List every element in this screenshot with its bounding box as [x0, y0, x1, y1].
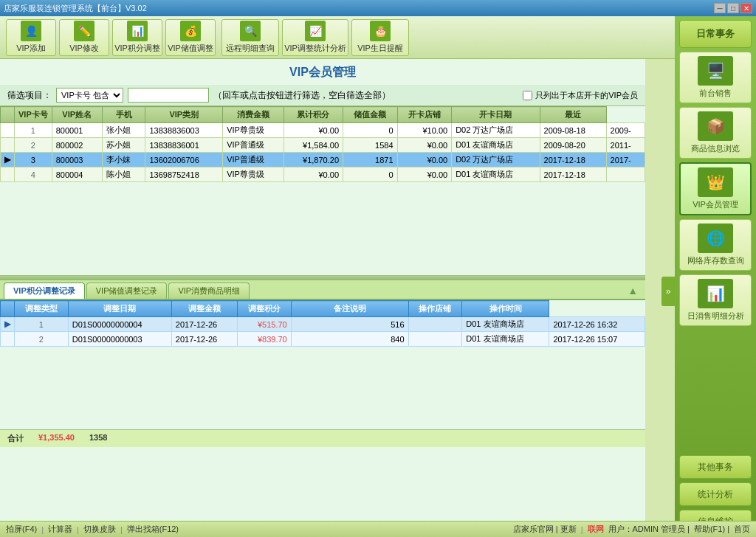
vip-points-icon: 📊 — [127, 21, 148, 41]
status-screenshot[interactable]: 拍屏(F4) — [6, 524, 37, 535]
col-opendate: 开卡日期 — [452, 107, 540, 123]
vip-store-icon: 💰 — [180, 21, 201, 41]
table-row[interactable]: ▶ 3 800003 李小妹 13602006706 VIP普通级 ¥1,870… — [1, 153, 645, 167]
maximize-button[interactable]: □ — [727, 3, 739, 13]
col-storename: 开卡店铺 — [397, 107, 452, 123]
row-phone: 13838836003 — [145, 123, 223, 138]
filter-select[interactable]: VIP卡号 包含 VIP姓名 包含 手机 包含 — [56, 88, 123, 103]
net-stock-label: 网络库存数查询 — [687, 255, 744, 266]
tab-store-adjust[interactable]: VIP储值调整记录 — [86, 283, 168, 299]
lower-row-points: 840 — [291, 332, 408, 347]
front-sales-button[interactable]: 🖥️ 前台销售 — [679, 52, 752, 103]
main-content: VIP会员管理 筛选项目： VIP卡号 包含 VIP姓名 包含 手机 包含 （回… — [0, 59, 645, 537]
vip-add-button[interactable]: 👤 VIP添加 — [6, 19, 56, 56]
panel-toggle[interactable]: » — [662, 277, 675, 306]
daily-sales-button[interactable]: 📊 日消售明细分析 — [679, 274, 752, 326]
col-type: VIP类别 — [145, 107, 223, 123]
col-points: 累计积分 — [284, 107, 343, 123]
lower-row-remark — [408, 317, 462, 332]
tab-consume-detail[interactable]: VIP消费商品明细 — [168, 283, 250, 299]
filter-input[interactable] — [128, 88, 209, 103]
close-button[interactable]: ✕ — [740, 3, 752, 13]
row-points: 0 — [343, 123, 398, 138]
front-sales-label: 前台销售 — [699, 88, 732, 99]
summary-points: 1358 — [89, 433, 107, 444]
status-help[interactable]: 帮助(F1) | — [694, 524, 729, 535]
row-consume: ¥0.00 — [284, 167, 343, 182]
summary-amount: ¥1,355.40 — [38, 433, 75, 444]
row-num: 4 — [15, 167, 52, 182]
status-home[interactable]: 首页 — [734, 524, 750, 535]
lower-col-remark: 备注说明 — [291, 301, 408, 317]
row-storecode: D02 万达广场店 — [452, 153, 540, 167]
col-consume: 消费金额 — [223, 107, 284, 123]
table-row[interactable]: ▶ 1 D01S00000000004 2017-12-26 ¥515.70 5… — [1, 317, 645, 332]
filter-hint: （回车或点击按钮进行筛选，空白筛选全部） — [213, 89, 391, 102]
lower-row-type: D01S00000000004 — [68, 317, 171, 332]
row-consume: ¥0.00 — [284, 123, 343, 138]
vip-remote-label: 远程明细查询 — [226, 43, 275, 54]
table-row[interactable]: 1 800001 张小姐 13838836003 VIP尊贵级 ¥0.00 0 … — [1, 123, 645, 138]
tab-points-adjust[interactable]: VIP积分调整记录 — [4, 283, 85, 299]
lower-col-arrow — [1, 301, 15, 317]
status-skin[interactable]: 切换皮肤 — [83, 524, 116, 535]
goods-browse-label: 商品信息浏览 — [691, 143, 740, 154]
goods-browse-button[interactable]: 📦 商品信息浏览 — [679, 107, 752, 159]
col-recent: 最近 — [540, 107, 606, 123]
net-stock-button[interactable]: 🌐 网络库存数查询 — [679, 219, 752, 271]
row-card: 800002 — [52, 138, 102, 153]
titlebar: 店家乐服装连锁管理系统【前台】V3.02 ─ □ ✕ — [0, 0, 756, 16]
status-center[interactable]: 店家乐官网 | 更新 — [513, 524, 577, 535]
vip-edit-button[interactable]: ✏️ VIP修改 — [59, 19, 109, 56]
row-points: 1871 — [343, 153, 398, 167]
filter-row: 筛选项目： VIP卡号 包含 VIP姓名 包含 手机 包含 （回车或点击按钮进行… — [0, 85, 645, 106]
lower-row-arrow: ▶ — [1, 317, 15, 332]
filter-local-checkbox[interactable] — [523, 91, 532, 100]
table-row[interactable]: 2 800002 苏小姐 13838836001 VIP普通级 ¥1,584.0… — [1, 138, 645, 153]
stats-analysis-button[interactable]: 统计分析 — [679, 482, 752, 506]
tab-collapse-arrow[interactable]: ▲ — [624, 285, 642, 297]
table-row[interactable]: 4 800004 陈小姐 13698752418 VIP尊贵级 ¥0.00 0 … — [1, 167, 645, 182]
minimize-button[interactable]: ─ — [714, 3, 726, 13]
status-bar: 拍屏(F4) | 计算器 | 切换皮肤 | 弹出找箱(F12) 店家乐官网 | … — [0, 521, 756, 537]
vip-manage-button[interactable]: 👑 VIP会员管理 — [679, 162, 752, 215]
lower-row-amount: ¥515.70 — [237, 317, 291, 332]
row-name: 苏小姐 — [102, 138, 145, 153]
right-panel: » 日常事务 🖥️ 前台销售 📦 商品信息浏览 👑 VIP会员管理 🌐 网络库存… — [675, 16, 756, 537]
row-card: 800004 — [52, 167, 102, 182]
row-consume: ¥1,870.20 — [284, 153, 343, 167]
status-network: 联网 — [588, 524, 604, 535]
lower-col-type: 调整类型 — [15, 301, 69, 317]
row-recent: 2011- — [606, 138, 645, 153]
vip-birthday-icon: 🎂 — [370, 21, 391, 41]
row-type: VIP普通级 — [223, 153, 284, 167]
row-storecode: D01 友谊商场店 — [452, 138, 540, 153]
row-storecode: D02 万达广场店 — [452, 123, 540, 138]
filter-local-label: 只列出于本店开卡的VIP会员 — [535, 90, 638, 101]
page-title: VIP会员管理 — [0, 59, 645, 85]
vip-store-button[interactable]: 💰 VIP储值调整 — [165, 19, 216, 56]
vip-store-label: VIP储值调整 — [168, 43, 213, 54]
status-calculator[interactable]: 计算器 — [48, 524, 72, 535]
toolbar: 👤 VIP添加 ✏️ VIP修改 📊 VIP积分调整 💰 VIP储值调整 🔍 远… — [0, 16, 756, 59]
row-recent: 2009- — [606, 123, 645, 138]
lower-table: 调整类型 调整日期 调整金额 调整积分 备注说明 操作店铺 操作时间 ▶ 1 D… — [0, 300, 645, 429]
lower-row-store: D01 友谊商场店 — [462, 332, 549, 347]
vip-stats-button[interactable]: 📈 VIP调整统计分析 — [282, 19, 348, 56]
other-affairs-button[interactable]: 其他事务 — [679, 455, 752, 479]
vip-list-table: VIP卡号 VIP姓名 手机 VIP类别 消费金额 累计积分 储值金额 开卡店铺… — [0, 106, 645, 182]
vip-add-label: VIP添加 — [16, 43, 46, 54]
table-row[interactable]: 2 D01S00000000003 2017-12-26 ¥839.70 840… — [1, 332, 645, 347]
lower-row-num: 1 — [15, 317, 69, 332]
status-drawer[interactable]: 弹出找箱(F12) — [127, 524, 179, 535]
summary-label: 合计 — [7, 433, 24, 444]
vip-birthday-button[interactable]: 🎂 VIP生日提醒 — [351, 19, 409, 56]
row-num: 2 — [15, 138, 52, 153]
daily-affairs-button[interactable]: 日常事务 — [679, 20, 752, 48]
vip-points-button[interactable]: 📊 VIP积分调整 — [112, 19, 162, 56]
lower-row-type: D01S00000000003 — [68, 332, 171, 347]
vip-remote-button[interactable]: 🔍 远程明细查询 — [221, 19, 279, 56]
adjust-list-table: 调整类型 调整日期 调整金额 调整积分 备注说明 操作店铺 操作时间 ▶ 1 D… — [0, 300, 645, 347]
row-num: 1 — [15, 123, 52, 138]
col-card: VIP卡号 — [15, 107, 52, 123]
